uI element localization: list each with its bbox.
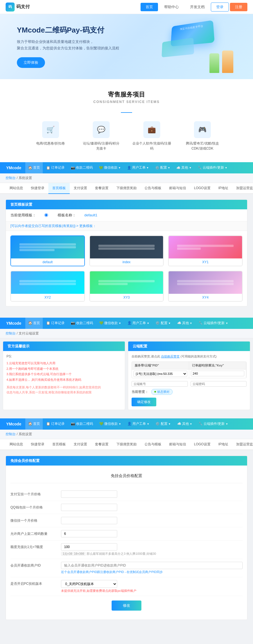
cloud-key-group <box>191 381 247 387</box>
hero-section: YMcode二维码Pay-码支付 致力于帮助企业快速和高质量地建立支付模块， 聚… <box>0 14 253 79</box>
breadcrumb-1: 控制台 / 系统设置 <box>0 173 253 183</box>
config-table: 服务带/云端"PID" 订单超时(秒算法,"Key" [1号] 无法选取] (m… <box>132 361 247 378</box>
tab-quick-login-1[interactable]: 快捷登录 <box>27 183 48 194</box>
tab-franchise-1[interactable]: 加盟运营监控 <box>232 183 253 194</box>
tab-email-3[interactable]: 邮箱与短信 <box>165 439 190 450</box>
tab-homepage-template-3[interactable]: 首页模板 <box>48 439 70 450</box>
tab-website-info-1[interactable]: 网站信息 <box>6 183 27 194</box>
tab-franchise-3[interactable]: 加盟运营监控 <box>232 439 253 450</box>
admin-nav-orders-1[interactable]: 📋 订单记录 <box>43 162 67 173</box>
top-navbar: 码 码支付 首页 帮助中心 开发文档 登录 注册 <box>0 0 253 14</box>
admin-nav-cloud-2[interactable]: 🔧 云端插件/更新 ▼ <box>196 318 231 329</box>
tab-ip-1[interactable]: IP地址 <box>214 183 232 194</box>
tab-package-1[interactable]: 套餐设置 <box>91 183 112 194</box>
tab-logo-3[interactable]: LOGO设置 <box>190 439 214 450</box>
member-field-alipay: 支付宝挂一个月价格 <box>10 488 243 501</box>
admin-nav-qr-1[interactable]: 📷 收款二维码 <box>68 162 96 173</box>
qq-price-input[interactable] <box>61 504 117 511</box>
admin-nav-cloud-1[interactable]: 🔧 云端插件/更新 ▼ <box>195 162 230 173</box>
admin-nav-config-3[interactable]: ⚙️ 配置 ▼ <box>153 418 173 430</box>
template-thumb-2 <box>169 236 242 258</box>
template-thumb-1 <box>90 236 163 258</box>
template-card-0[interactable]: default <box>10 235 85 266</box>
tab-commission-1[interactable]: 下级佣赏奖励 <box>112 183 141 194</box>
tab-announce-3[interactable]: 公告与模板 <box>141 439 165 450</box>
admin-nav-user-2[interactable]: 👤 用户工单 ▼ <box>125 318 152 329</box>
template-card-5[interactable]: XY4 <box>168 271 243 302</box>
hero-person-2 <box>209 53 219 73</box>
template-card-4[interactable]: XY3 <box>89 271 164 302</box>
admin-nav-config-2[interactable]: ⚙️ 配置 ▼ <box>153 318 173 329</box>
hero-cta-button[interactable]: 立即体验 <box>17 57 45 68</box>
dev-button[interactable]: 开发文档 <box>185 3 210 11</box>
tab-email-1[interactable]: 邮箱与短信 <box>165 183 190 194</box>
current-template-radio[interactable] <box>44 213 48 217</box>
admin-nav-other-3[interactable]: ☁️ 其他 ▼ <box>174 418 195 430</box>
service-label-1: 论坛/邀请码/注册码/积分充值卡 <box>82 141 121 151</box>
home-button[interactable]: 首页 <box>141 3 158 11</box>
admin-brand-3: YMcode <box>3 422 25 426</box>
cloud-hint-link[interactable]: 自助购买赞赏 <box>161 355 180 358</box>
admin-nav-home-1[interactable]: 🏠 首页 <box>25 162 43 173</box>
pc-version-select[interactable]: 0_关闭PC技机版本 <box>61 580 117 588</box>
admin-nav-orders-3[interactable]: 📋 订单记录 <box>43 418 67 430</box>
tab-announce-1[interactable]: 公告与模板 <box>141 183 165 194</box>
tab-logo-1[interactable]: LOGO设置 <box>190 183 214 194</box>
ratio-input[interactable] <box>61 543 117 551</box>
merchant-id-input[interactable] <box>61 562 243 569</box>
timeout-input[interactable] <box>191 371 245 376</box>
admin-nav-wx-3[interactable]: 💚 微信收款 ▼ <box>96 418 124 430</box>
cloud-id-input[interactable] <box>132 381 188 387</box>
cloud-hint: 自助购买赞赏,请点此 自助购买赞赏 (可用能的选筹的支付方式) <box>132 354 247 359</box>
breadcrumb-root-2[interactable]: 控制台 <box>6 331 16 335</box>
field-label-wechat: 微信挂一个月价格 <box>10 517 61 523</box>
admin-nav-user-1[interactable]: 👤 用户工单 ▼ <box>124 162 152 173</box>
admin-navbar-1: YMcode 🏠 首页 📋 订单记录 📷 收款二维码 💚 微信收款 ▼ 👤 用户… <box>0 162 253 173</box>
member-field-wechat: 微信挂一个月价格 <box>10 514 243 527</box>
service-card-0: 🛒 电商/优惠卷/折扣卷 <box>31 121 70 151</box>
tab-homepage-template-1[interactable]: 首页模板 <box>48 183 70 194</box>
tab-payment-1[interactable]: 支付设置 <box>70 183 91 194</box>
notice-footer: 系统每次更新,每个人更新的数据都有不一样的特殊行,如果您觉得您的信息与他人共享,… <box>6 385 121 395</box>
confirm-button[interactable]: 确定修改 <box>132 398 156 406</box>
admin-nav-wx-1[interactable]: 💚 微信收款 ▼ <box>96 162 124 173</box>
admin-nav-home-3[interactable]: 🏠 首页 <box>25 418 43 430</box>
admin-nav-qr-3[interactable]: 📷 收款二维码 <box>68 418 96 430</box>
tab-package-3[interactable]: 套餐设置 <box>91 439 112 450</box>
register-button[interactable]: 注册 <box>230 3 247 11</box>
login-button[interactable]: 登录 <box>211 3 229 12</box>
services-section: 寄售服务项目 CONSIGNMENT SERVICE ITEMS 🛒 电商/优惠… <box>0 79 253 162</box>
field-input-qq <box>61 504 243 511</box>
tab-ip-3[interactable]: IP地址 <box>214 439 232 450</box>
service-icon-2: 💼 <box>143 121 160 138</box>
template-name-0: default <box>11 258 84 266</box>
admin-nav-orders-2[interactable]: 📋 订单记录 <box>43 318 67 329</box>
breadcrumb-root-1[interactable]: 控制台 <box>6 176 16 180</box>
admin-nav-user-3[interactable]: 👤 用户工单 ▼ <box>125 418 152 430</box>
admin-nav-other-1[interactable]: ☁️ 其他 ▼ <box>173 162 194 173</box>
tab-payment-3[interactable]: 支付设置 <box>70 439 91 450</box>
admin-nav-qr-2[interactable]: 📷 收款二维码 <box>68 318 96 329</box>
admin-nav-other-2[interactable]: ☁️ 其他 ▼ <box>174 318 195 329</box>
admin-nav-config-1[interactable]: ⚙️ 配置 ▼ <box>152 162 173 173</box>
tab-quick-login-3[interactable]: 快捷登录 <box>27 439 48 450</box>
cloud-key-input[interactable] <box>191 381 247 387</box>
save-button-bottom[interactable]: 修改 <box>112 601 141 611</box>
services-divider <box>121 112 132 113</box>
admin-content-3: 免挂会员价格配置 免挂会员价格配置 支付宝挂一个月价格 QQ钱包挂一个月价格 <box>0 450 253 625</box>
admin-nav-cloud-3[interactable]: 🔧 云端插件/更新 ▼ <box>196 418 231 430</box>
wechat-price-input[interactable] <box>61 517 117 524</box>
member-field-qrcount: 允许商户上架二维码数量 <box>10 527 243 540</box>
help-button[interactable]: 帮助中心 <box>159 3 184 11</box>
config-select[interactable]: [1号] 无法选取] (ms:50.335 <box>134 371 187 377</box>
tab-commission-3[interactable]: 下级佣赏奖励 <box>112 439 141 450</box>
admin-nav-home-2[interactable]: 🏠 首页 <box>25 318 43 329</box>
breadcrumb-root-3[interactable]: 控制台 <box>6 432 16 436</box>
tab-website-info-3[interactable]: 网站信息 <box>6 439 27 450</box>
template-card-2[interactable]: XY1 <box>168 235 243 266</box>
template-card-3[interactable]: XY2 <box>10 271 85 302</box>
alipay-price-input[interactable] <box>61 491 117 498</box>
qrcount-input[interactable] <box>61 530 117 537</box>
template-card-1[interactable]: index <box>89 235 164 266</box>
admin-nav-wx-2[interactable]: 💚 微信收款 ▼ <box>96 318 124 329</box>
